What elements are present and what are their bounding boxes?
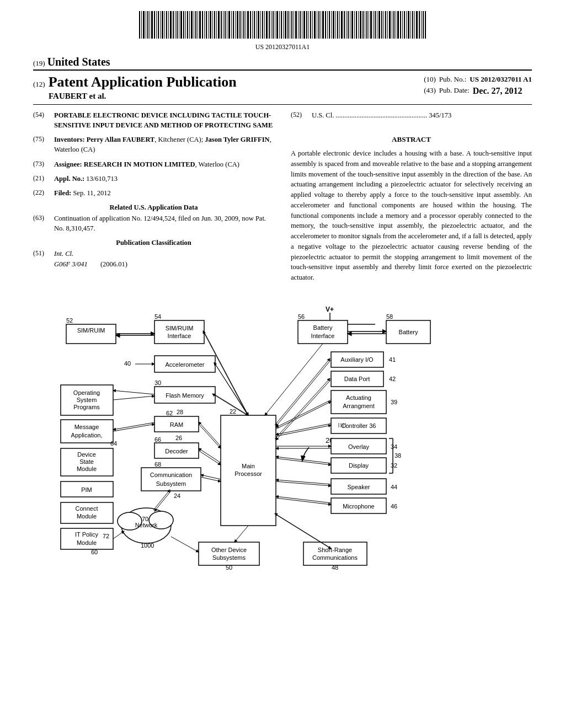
it-to-net — [113, 531, 124, 539]
svg-rect-121 — [392, 11, 392, 39]
abstract-title: ABSTRACT — [291, 135, 532, 145]
fig-arrow — [302, 447, 309, 461]
svg-rect-98 — [344, 11, 345, 39]
svg-rect-96 — [339, 11, 340, 39]
patent-type-block: (12) Patent Application Publication FAUB… — [33, 74, 237, 101]
svg-rect-73 — [291, 11, 292, 39]
label-48: 48 — [332, 564, 338, 571]
continuation-field: (63) Continuation of application No. 12/… — [33, 213, 274, 233]
uscl-num: (52) — [291, 110, 308, 120]
short-range-block — [303, 542, 367, 565]
svg-rect-58 — [260, 11, 261, 39]
svg-rect-69 — [283, 11, 284, 39]
svg-rect-50 — [243, 11, 244, 39]
label-28: 28 — [177, 409, 183, 415]
pubno-label: Pub. No.: — [439, 75, 466, 84]
sim-interface-text1: SIM/RUIM — [166, 325, 194, 331]
intcl-content: Int. Cl. G06F 3/041 (2006.01) — [54, 249, 274, 269]
label-50: 50 — [226, 564, 232, 571]
label-41: 41 — [389, 356, 396, 363]
country-num: (19) — [33, 59, 45, 67]
controller-text: Controller 36 — [342, 422, 376, 429]
svg-rect-108 — [365, 11, 365, 39]
accel-text: Accelerometer — [166, 361, 205, 368]
svg-rect-95 — [337, 11, 338, 39]
proc-to-mic — [276, 498, 331, 505]
right-column: (52) U.S. Cl. ..........................… — [291, 110, 532, 283]
svg-rect-99 — [346, 11, 347, 39]
svg-rect-46 — [235, 11, 236, 39]
svg-rect-33 — [208, 11, 209, 39]
label-62: 62 — [166, 410, 173, 416]
ram-text: RAM — [170, 421, 183, 428]
svg-rect-76 — [298, 11, 299, 39]
comm-subsys-text1: Communication — [150, 472, 192, 478]
svg-rect-49 — [242, 11, 242, 39]
pubdate-label: Pub. Date: — [439, 86, 470, 96]
label-52: 52 — [66, 317, 73, 324]
svg-rect-41 — [225, 11, 226, 39]
other-device-text1: Other Device — [211, 547, 247, 553]
svg-rect-117 — [383, 11, 384, 39]
svg-rect-126 — [402, 11, 403, 39]
label-56: 56 — [298, 313, 305, 320]
actuating-text2: Arrangment — [343, 403, 374, 409]
mic-text: Microphone — [343, 503, 374, 510]
svg-rect-16 — [173, 11, 174, 39]
uscl-field: (52) U.S. Cl. ..........................… — [291, 110, 532, 120]
aux-to-proc — [276, 360, 331, 426]
continuation-text: Continuation of application No. 12/494,5… — [54, 213, 274, 233]
other-device-text2: Subsystems — [212, 554, 246, 561]
appl-label: Appl. No.: — [54, 175, 84, 183]
proc-to-data — [275, 378, 330, 439]
svg-rect-107 — [363, 11, 364, 39]
svg-rect-85 — [317, 11, 317, 39]
speaker-text: Speaker — [348, 484, 370, 490]
svg-rect-0 — [139, 11, 140, 39]
continuation-num: (63) — [33, 213, 51, 233]
proc-to-comm — [201, 475, 221, 479]
filed-content: Filed: Sep. 11, 2012 — [54, 188, 274, 198]
aux-io-text: Auxiliary I/O — [340, 356, 374, 363]
label-66: 66 — [154, 436, 161, 443]
svg-rect-116 — [381, 11, 382, 39]
svg-rect-8 — [156, 11, 157, 39]
inventor-line: FAUBERT et al. — [33, 90, 237, 101]
svg-rect-23 — [187, 11, 188, 39]
svg-rect-72 — [290, 11, 290, 39]
svg-rect-102 — [351, 11, 353, 39]
msg-app-text1: Message — [74, 424, 99, 430]
msg-to-flash — [113, 424, 154, 431]
svg-rect-14 — [168, 11, 169, 39]
svg-rect-3 — [146, 11, 146, 39]
svg-rect-61 — [266, 11, 268, 39]
data-port-text: Data Port — [344, 376, 370, 382]
label-30: 30 — [154, 379, 161, 386]
decoder-text: Decoder — [165, 448, 188, 454]
comm-to-proc — [201, 477, 221, 481]
net-to-comm — [153, 490, 170, 510]
connect-text2: Module — [77, 513, 97, 520]
inventors-field: (75) Inventors: Perry Allan FAUBERT, Kit… — [33, 135, 274, 154]
svg-rect-53 — [250, 11, 251, 39]
label-54: 54 — [154, 313, 161, 320]
svg-rect-81 — [308, 11, 309, 39]
diagram-svg: 20 V+ SIM/RUIM 52 SIM/RUIM — [33, 294, 532, 581]
svg-rect-11 — [162, 11, 163, 39]
label-39: 39 — [391, 399, 397, 405]
svg-rect-110 — [369, 11, 369, 39]
svg-rect-36 — [214, 11, 215, 39]
batt-interface-text1: Battery — [313, 324, 333, 331]
appl-num: (21) — [33, 174, 51, 184]
uscl-dots: ........................................… — [335, 111, 429, 119]
svg-rect-114 — [377, 11, 377, 39]
label-44: 44 — [391, 484, 397, 490]
svg-rect-86 — [318, 11, 319, 39]
label-58: 58 — [386, 313, 393, 320]
svg-rect-92 — [331, 11, 332, 39]
other-device-block — [199, 542, 259, 565]
pub-class-header: Publication Classification — [33, 238, 274, 248]
svg-rect-22 — [185, 11, 186, 39]
svg-rect-13 — [166, 11, 167, 39]
msg-app-text2: Application, — [71, 432, 103, 438]
